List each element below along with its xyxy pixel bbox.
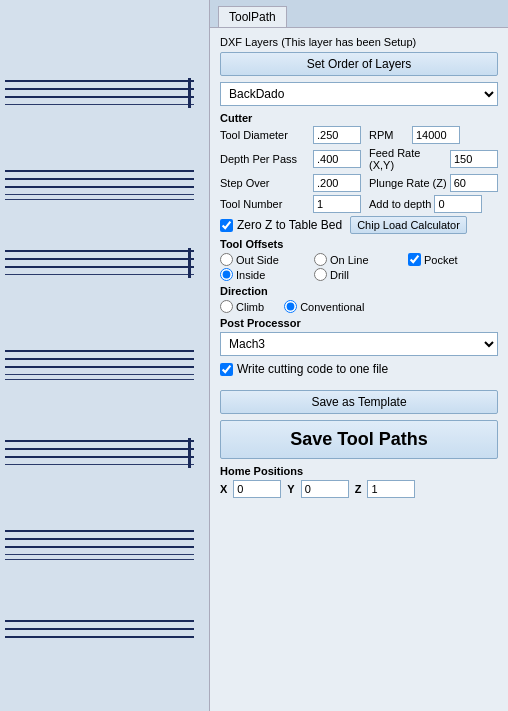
stepover-plunge-row: Step Over Plunge Rate (Z) <box>220 174 498 192</box>
pocket-label: Pocket <box>424 254 458 266</box>
online-radio[interactable] <box>314 253 327 266</box>
post-processor-title: Post Processor <box>220 317 498 329</box>
plunge-rate-input[interactable] <box>450 174 498 192</box>
drill-radio-item: Drill <box>314 268 404 281</box>
x-label: X <box>220 483 227 495</box>
post-processor-section: Post Processor Mach3 LinuxCNC GRBL Write… <box>220 317 498 376</box>
y-label: Y <box>287 483 294 495</box>
cutter-section: Cutter Tool Diameter RPM Depth Per Pass <box>220 112 498 234</box>
climb-radio[interactable] <box>220 300 233 313</box>
zero-z-label: Zero Z to Table Bed <box>237 218 342 232</box>
direction-radio-row: Climb Conventional <box>220 300 498 313</box>
conventional-radio-item: Conventional <box>284 300 364 313</box>
tool-number-label: Tool Number <box>220 198 310 210</box>
cutter-title: Cutter <box>220 112 498 124</box>
tool-diameter-input[interactable] <box>313 126 361 144</box>
step-over-label: Step Over <box>220 177 310 189</box>
inside-radio[interactable] <box>220 268 233 281</box>
post-processor-dropdown[interactable]: Mach3 LinuxCNC GRBL <box>220 332 498 356</box>
layer-dropdown[interactable]: BackDado <box>220 82 498 106</box>
toolnum-addtodepth-row: Tool Number Add to depth <box>220 195 498 213</box>
rpm-label: RPM <box>369 129 409 141</box>
online-radio-item: On Line <box>314 253 404 266</box>
set-order-button[interactable]: Set Order of Layers <box>220 52 498 76</box>
online-label: On Line <box>330 254 369 266</box>
write-cutting-row: Write cutting code to one file <box>220 362 498 376</box>
x-input[interactable] <box>233 480 281 498</box>
drill-label: Drill <box>330 269 349 281</box>
pocket-radio-item: Pocket <box>408 253 498 266</box>
climb-radio-item: Climb <box>220 300 264 313</box>
add-to-depth-input[interactable] <box>434 195 482 213</box>
climb-label: Climb <box>236 301 264 313</box>
tool-offsets-section: Tool Offsets Out Side On Line Pocket Ins… <box>220 238 498 281</box>
write-cutting-checkbox[interactable] <box>220 363 233 376</box>
pocket-checkbox[interactable] <box>408 253 421 266</box>
inside-radio-item: Inside <box>220 268 310 281</box>
dxf-layers-label: DXF Layers (This layer has been Setup) <box>220 36 498 48</box>
home-positions-row: X Y Z <box>220 480 498 498</box>
inside-label: Inside <box>236 269 265 281</box>
chip-load-button[interactable]: Chip Load Calculator <box>350 216 467 234</box>
direction-section: Direction Climb Conventional <box>220 285 498 313</box>
tool-number-input[interactable] <box>313 195 361 213</box>
y-input[interactable] <box>301 480 349 498</box>
offsets-radio-grid: Out Side On Line Pocket Inside Drill <box>220 253 498 281</box>
tool-offsets-title: Tool Offsets <box>220 238 498 250</box>
conventional-radio[interactable] <box>284 300 297 313</box>
depth-feedrate-row: Depth Per Pass Feed Rate (X,Y) <box>220 147 498 171</box>
tool-diameter-label: Tool Diameter <box>220 129 310 141</box>
plunge-rate-label: Plunge Rate (Z) <box>369 177 447 189</box>
dxf-layers-section: DXF Layers (This layer has been Setup) S… <box>220 36 498 112</box>
save-tool-paths-button[interactable]: Save Tool Paths <box>220 420 498 459</box>
outside-radio-item: Out Side <box>220 253 310 266</box>
feed-rate-label: Feed Rate (X,Y) <box>369 147 447 171</box>
outside-label: Out Side <box>236 254 279 266</box>
add-to-depth-label: Add to depth <box>369 198 431 210</box>
save-template-button[interactable]: Save as Template <box>220 390 498 414</box>
tab-bar: ToolPath <box>210 0 508 28</box>
depth-per-pass-label: Depth Per Pass <box>220 153 310 165</box>
feed-rate-input[interactable] <box>450 150 498 168</box>
drill-radio[interactable] <box>314 268 327 281</box>
direction-title: Direction <box>220 285 498 297</box>
z-input[interactable] <box>367 480 415 498</box>
zeroz-chipload-row: Zero Z to Table Bed Chip Load Calculator <box>220 216 498 234</box>
depth-per-pass-input[interactable] <box>313 150 361 168</box>
step-over-input[interactable] <box>313 174 361 192</box>
conventional-label: Conventional <box>300 301 364 313</box>
zero-z-checkbox[interactable] <box>220 219 233 232</box>
write-cutting-label: Write cutting code to one file <box>237 362 388 376</box>
home-positions-section: Home Positions X Y Z <box>220 465 498 498</box>
z-label: Z <box>355 483 362 495</box>
diameter-rpm-row: Tool Diameter RPM <box>220 126 498 144</box>
rpm-input[interactable] <box>412 126 460 144</box>
home-positions-title: Home Positions <box>220 465 498 477</box>
tab-toolpath[interactable]: ToolPath <box>218 6 287 27</box>
outside-radio[interactable] <box>220 253 233 266</box>
